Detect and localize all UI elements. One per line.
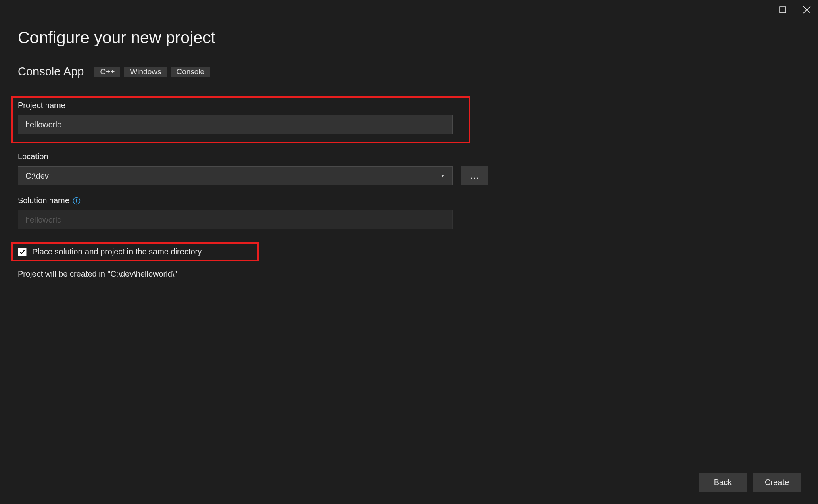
title-bar [0,0,818,19]
create-button[interactable]: Create [753,473,801,492]
svg-rect-5 [76,200,77,202]
solution-name-label: Solution name [18,196,69,205]
project-name-input[interactable] [18,115,453,134]
solution-name-input: helloworld [18,210,453,229]
template-name: Console App [18,65,84,78]
svg-rect-0 [780,7,786,13]
page-title: Configure your new project [18,28,800,47]
info-icon[interactable] [73,197,81,205]
tag-windows: Windows [124,67,167,77]
svg-point-4 [76,198,77,200]
project-path-info: Project will be created in "C:\dev\hello… [18,269,800,279]
close-button[interactable] [802,5,812,15]
same-directory-highlight: Place solution and project in the same d… [11,242,259,261]
project-name-highlight: Project name [11,96,470,143]
browse-button[interactable]: ... [461,166,488,185]
maximize-button[interactable] [778,5,787,15]
same-directory-label: Place solution and project in the same d… [32,247,202,256]
location-label: Location [18,152,800,161]
same-directory-checkbox[interactable] [18,248,27,256]
location-combo[interactable]: C:\dev ▼ [18,166,453,185]
tag-console: Console [171,67,210,77]
subtitle-row: Console App C++ Windows Console [18,65,800,78]
check-icon [19,249,25,255]
close-icon [803,6,811,14]
project-name-label: Project name [18,101,464,110]
back-button[interactable]: Back [699,473,747,492]
tag-cpp: C++ [94,67,120,77]
footer-buttons: Back Create [699,473,801,492]
location-value: C:\dev [25,171,49,181]
template-tags: C++ Windows Console [94,67,210,77]
maximize-icon [779,6,786,13]
chevron-down-icon: ▼ [440,173,445,178]
